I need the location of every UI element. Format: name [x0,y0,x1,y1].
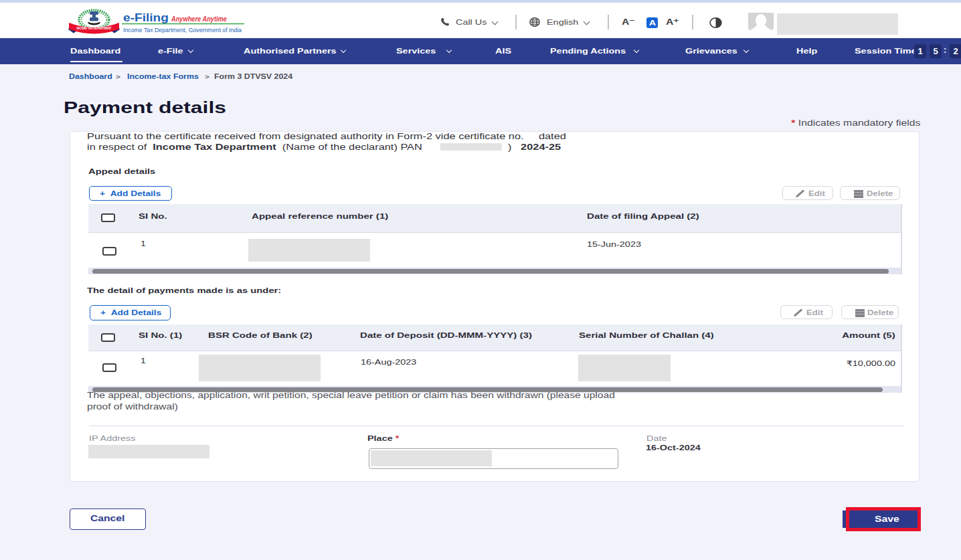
svg-text:Income Tax Department, Governm: Income Tax Department, Government of Ind… [123,26,242,33]
svg-text:INCOME TAX DEPARTMENT: INCOME TAX DEPARTMENT [77,27,112,30]
svg-text:e-Filing: e-Filing [123,11,169,24]
svg-text:Anywhere Anytime: Anywhere Anytime [171,15,227,23]
